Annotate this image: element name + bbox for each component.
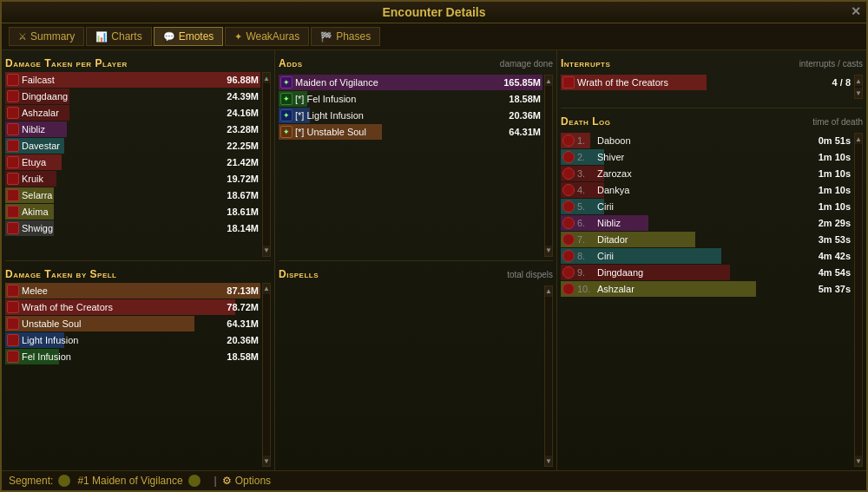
item-name: Wrath of the Creators	[577, 77, 829, 88]
list-item[interactable]: Melee87.13M	[5, 283, 260, 298]
death-log-list: 1.Daboon0m 51s2.Shiver1m 10s3.Zarozax1m …	[561, 133, 863, 467]
list-item[interactable]: Ashzalar24.16M	[5, 105, 260, 121]
death-log-item[interactable]: 8.Cirii4m 42s	[561, 248, 852, 264]
scroll-down-arrow[interactable]: ▼	[263, 246, 270, 256]
item-name: Light Infusion	[22, 335, 223, 345]
left-panel: Damage Taken per Player Failcast96.88MDi…	[2, 50, 275, 470]
list-item[interactable]: ✦[*] Light Infusion20.36M	[279, 108, 542, 123]
dispells-scroll-bar[interactable]: ▲ ▼	[544, 285, 553, 468]
death-log-subtitle: time of death	[812, 117, 863, 127]
death-log-item[interactable]: 9.Dingdaang4m 54s	[561, 265, 852, 280]
death-time: 1m 10s	[819, 168, 851, 179]
item-icon	[7, 140, 19, 152]
adds-header: Adds damage done	[279, 54, 553, 72]
item-value: 21.42M	[227, 157, 259, 167]
list-item[interactable]: Wrath of the Creators4 / 8	[561, 75, 852, 90]
phases-icon: 🏁	[320, 31, 332, 43]
list-item[interactable]: Dingdaang24.39M	[5, 89, 260, 104]
death-name: Shiver	[597, 152, 815, 162]
list-item[interactable]: Shwigg18.14M	[5, 220, 260, 236]
interrupts-scroll-up[interactable]: ▲	[855, 75, 862, 86]
scroll-up-arrow[interactable]: ▲	[263, 73, 270, 83]
damage-taken-spell-title: Damage Taken by Spell	[5, 268, 271, 280]
list-item[interactable]: Nibliz23.28M	[5, 121, 260, 137]
interrupts-scroll-down[interactable]: ▼	[855, 88, 862, 98]
item-icon	[7, 123, 19, 135]
item-name: Melee	[22, 285, 223, 296]
death-log-item[interactable]: 3.Zarozax1m 10s	[561, 166, 852, 181]
item-icon	[7, 189, 19, 201]
death-log-item[interactable]: 2.Shiver1m 10s	[561, 149, 852, 165]
list-item[interactable]: Akima18.61M	[5, 204, 260, 220]
options-label: Options	[235, 475, 271, 487]
main-content: Damage Taken per Player Failcast96.88MDi…	[2, 50, 866, 470]
tab-emotes[interactable]: 💬 Emotes	[154, 27, 224, 46]
dispells-scroll-up[interactable]: ▲	[545, 286, 552, 297]
list-item[interactable]: Davestar22.25M	[5, 138, 260, 154]
list-item[interactable]: Fel Infusion18.58M	[5, 349, 260, 364]
list-item[interactable]: Wrath of the Creators78.72M	[5, 299, 260, 315]
options-gear-icon: ⚙	[222, 475, 232, 487]
title-bar: Encounter Details ✕	[2, 2, 866, 23]
item-value: 18.61M	[227, 207, 259, 217]
tab-charts-label: Charts	[111, 30, 141, 43]
dispells-list: ▲ ▼	[279, 285, 553, 468]
item-value: 24.39M	[227, 91, 259, 102]
death-scroll-down[interactable]: ▼	[855, 456, 862, 466]
list-item[interactable]: Kruik19.72M	[5, 171, 260, 187]
item-name: Fel Infusion	[22, 351, 223, 362]
item-name: [*] Light Infusion	[295, 110, 505, 121]
death-log-item[interactable]: 10.Ashzalar5m 37s	[561, 281, 852, 297]
item-value: 24.16M	[227, 108, 259, 118]
list-item[interactable]: Etuya21.42M	[5, 154, 260, 170]
item-name: Davestar	[22, 141, 223, 151]
tab-charts[interactable]: 📊 Charts	[86, 27, 151, 46]
death-log-item[interactable]: 6.Nibliz2m 29s	[561, 215, 852, 231]
adds-scroll-down[interactable]: ▼	[545, 246, 552, 256]
item-name: Kruik	[22, 174, 223, 184]
list-item[interactable]: Failcast96.88M	[5, 72, 260, 88]
list-item[interactable]: Selarra18.67M	[5, 187, 260, 203]
adds-scroll-up[interactable]: ▲	[545, 75, 552, 86]
item-icon	[7, 318, 19, 330]
adds-scroll-bar[interactable]: ▲ ▼	[544, 75, 553, 257]
tab-summary[interactable]: ⚔ Summary	[9, 27, 84, 46]
death-scroll-bar[interactable]: ▲ ▼	[854, 133, 863, 467]
weakauras-icon: ✦	[234, 31, 242, 43]
death-time: 4m 42s	[819, 251, 851, 261]
tab-phases[interactable]: 🏁 Phases	[311, 27, 380, 46]
death-time: 1m 10s	[819, 201, 851, 212]
spell-scroll-down[interactable]: ▼	[263, 456, 270, 466]
item-icon	[7, 74, 19, 86]
tab-weakauras[interactable]: ✦ WeakAuras	[225, 27, 309, 46]
spell-scroll-bar[interactable]: ▲ ▼	[262, 283, 271, 468]
options-button[interactable]: ⚙ Options	[222, 475, 271, 487]
death-log-item[interactable]: 7.Ditador3m 53s	[561, 232, 852, 247]
death-log-item[interactable]: 5.Cirii1m 10s	[561, 199, 852, 214]
interrupts-section: Interrupts interrupts / casts Wrath of t…	[561, 54, 863, 99]
death-time: 3m 53s	[819, 234, 851, 245]
list-item[interactable]: Light Infusion20.36M	[5, 332, 260, 348]
list-item[interactable]: ✦[*] Fel Infusion18.58M	[279, 91, 542, 107]
dispells-subtitle: total dispels	[507, 270, 553, 279]
item-name: Ashzalar	[22, 108, 223, 118]
death-rank: 6.	[577, 218, 595, 228]
player-scroll-bar[interactable]: ▲ ▼	[262, 72, 271, 257]
list-item[interactable]: ✦[*] Unstable Soul64.31M	[279, 124, 542, 140]
dispells-scroll-down[interactable]: ▼	[545, 456, 552, 466]
damage-taken-spell-list: Melee87.13MWrath of the Creators78.72MUn…	[5, 283, 271, 468]
list-item[interactable]: ✦Maiden of Vigilance165.85M	[279, 75, 542, 90]
list-item[interactable]: Unstable Soul64.31M	[5, 316, 260, 331]
item-name: Dingdaang	[22, 91, 223, 102]
damage-taken-player-list: Failcast96.88MDingdaang24.39MAshzalar24.…	[5, 72, 271, 257]
death-scroll-up[interactable]: ▲	[855, 134, 862, 144]
close-button[interactable]: ✕	[851, 4, 861, 18]
right-panel: Interrupts interrupts / casts Wrath of t…	[557, 50, 866, 470]
death-log-item[interactable]: 4.Dankya1m 10s	[561, 182, 852, 198]
death-log-item[interactable]: 1.Daboon0m 51s	[561, 133, 852, 148]
item-value: 78.72M	[227, 302, 259, 312]
interrupts-scroll-bar[interactable]: ▲ ▼	[854, 75, 863, 99]
interrupts-title: Interrupts	[561, 57, 610, 69]
spell-scroll-up[interactable]: ▲	[263, 284, 270, 294]
item-value: 64.31M	[227, 318, 259, 329]
